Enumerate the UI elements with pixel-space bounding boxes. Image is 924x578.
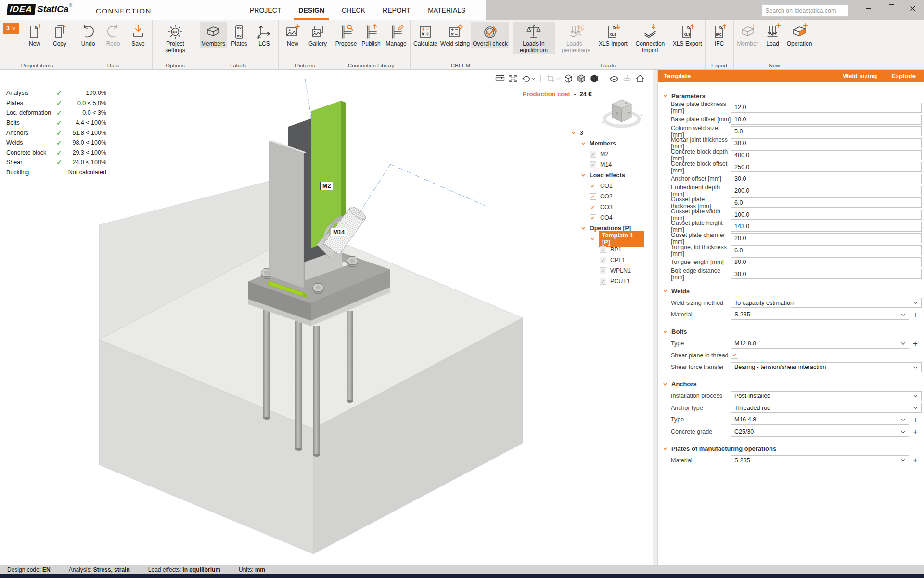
section-header-parameters[interactable]: Parameters	[658, 90, 924, 102]
field-input-concrete-block-offset-mm[interactable]	[732, 164, 921, 171]
ribbon-button-weld-sizing[interactable]: Weld sizing	[439, 22, 471, 48]
field-input-bolt-edge-distance-mm[interactable]	[732, 271, 921, 277]
tree-node-m14[interactable]: ✓M14	[568, 159, 644, 170]
tree-node-cpl1[interactable]: ✓CPL1	[568, 255, 644, 265]
panel-splitter[interactable]	[653, 70, 658, 565]
add-item-button[interactable]: +	[909, 339, 922, 349]
field-input-base-plate-thickness-mm[interactable]	[732, 104, 921, 111]
search-input[interactable]	[762, 7, 846, 14]
ribbon-button-propose[interactable]: Propose	[334, 22, 359, 48]
field-select-weld-sizing-method[interactable]: To capacity estimation	[731, 298, 922, 308]
viewport-tool-view-solid[interactable]	[590, 74, 599, 83]
menu-tab-design[interactable]: DESIGN	[290, 0, 333, 20]
tree-node-co2[interactable]: ✓CO2	[568, 191, 644, 202]
tree-node-co3[interactable]: ✓CO3	[568, 202, 644, 212]
tree-node-3[interactable]: 3	[568, 128, 644, 138]
ribbon-button-calculate[interactable]: Calculate	[412, 22, 439, 48]
chevron-down-icon[interactable]	[590, 236, 595, 241]
field-input-base-plate-offset-mm[interactable]	[732, 116, 921, 123]
ribbon-button-xls-import[interactable]: XLSXLS Import	[597, 22, 629, 48]
viewport-tool-measure[interactable]	[495, 74, 505, 83]
ribbon-button-overall-check[interactable]: Overall check	[471, 22, 509, 48]
tree-node-co1[interactable]: ✓CO1	[568, 181, 644, 191]
field-input-guset-plate-chamfer-mm[interactable]	[732, 235, 921, 242]
field-select-concrete-grade[interactable]: C25/30	[731, 427, 909, 437]
field-input-gusset-plate-thickness-mm[interactable]	[732, 199, 921, 206]
tree-checkbox[interactable]: ✓	[600, 257, 606, 263]
tree-checkbox[interactable]: ✓	[600, 246, 606, 253]
tree-checkbox[interactable]: ✓	[600, 267, 606, 274]
section-header-welds[interactable]: Welds	[658, 285, 924, 297]
model-label-m2[interactable]: M2	[320, 182, 333, 190]
field-input-gusset-plate-width-mm[interactable]	[732, 211, 921, 218]
field-input-embedment-depth-mm[interactable]	[732, 187, 921, 194]
ribbon-button-xls-export[interactable]: XLSXLS Export	[671, 22, 704, 48]
field-input-concrete-block-depth-mm[interactable]	[732, 152, 921, 158]
add-item-button[interactable]: +	[909, 310, 922, 320]
field-select-material[interactable]: S 235	[731, 455, 909, 465]
ribbon-button-ifc[interactable]: IFCIFC	[707, 22, 732, 48]
menu-tab-project[interactable]: PROJECT	[241, 0, 290, 20]
ribbon-button-connection-import[interactable]: Connection Import	[629, 22, 671, 54]
viewport-tool-home[interactable]	[635, 74, 645, 83]
ribbon-button-save[interactable]: Save	[126, 22, 151, 48]
explode-button[interactable]: Explode	[891, 72, 916, 79]
viewport-tool-section[interactable]	[609, 74, 619, 83]
tree-checkbox[interactable]: ✓	[590, 151, 596, 158]
tree-checkbox[interactable]: ✓	[600, 278, 606, 285]
tree-checkbox[interactable]: ✓	[590, 193, 596, 200]
field-input-gusset-plate-height-mm[interactable]	[732, 223, 921, 230]
menu-tab-materials[interactable]: MATERIALS	[419, 0, 474, 20]
field-input-tongue-lid-thickness-mm[interactable]	[732, 247, 921, 254]
field-select-type[interactable]: M12 8.8	[731, 339, 909, 349]
ribbon-button-loads-in-equilibrium[interactable]: Loads in equilibrium	[513, 22, 555, 54]
ribbon-button-plates[interactable]: Plates	[227, 22, 252, 48]
tree-node-wpln1[interactable]: ✓WPLN1	[568, 265, 644, 276]
minimize-button[interactable]	[857, 0, 879, 16]
chevron-down-icon[interactable]	[581, 226, 586, 231]
tree-node-template-1-p[interactable]: Template 1 [P]	[568, 234, 644, 244]
search-box[interactable]	[762, 4, 848, 17]
model-label-m14[interactable]: M14	[331, 228, 347, 236]
ribbon-button-publish[interactable]: Publish	[359, 22, 384, 48]
tree-checkbox[interactable]: ✓	[590, 214, 596, 221]
field-input-anchor-offset-mm[interactable]	[732, 175, 921, 182]
field-input-tongue-length-mm[interactable]	[732, 259, 921, 265]
field-checkbox-shear-plane-in-thread[interactable]: ✓	[731, 352, 738, 359]
menu-tab-report[interactable]: REPORT	[374, 0, 419, 20]
field-select-shear-force-transfer[interactable]: Bearing - tension/shear interaction	[731, 362, 922, 372]
tree-node-co4[interactable]: ✓CO4	[568, 212, 644, 223]
ribbon-button-operation[interactable]: Operation	[785, 22, 814, 48]
tree-checkbox[interactable]: ✓	[590, 161, 596, 168]
ribbon-button-members[interactable]: Members	[200, 22, 227, 48]
menu-tab-check[interactable]: CHECK	[333, 0, 374, 20]
ribbon-button-copy[interactable]: Copy	[47, 22, 72, 48]
chevron-down-icon[interactable]	[581, 141, 586, 146]
section-header-bolts[interactable]: Bolts	[658, 326, 924, 338]
weld-sizing-button[interactable]: Weld sizing	[843, 72, 877, 79]
tree-node-m2[interactable]: ✓M2	[568, 149, 644, 159]
ribbon-button-manage[interactable]: Manage	[384, 22, 409, 48]
restore-button[interactable]	[879, 0, 901, 16]
field-select-installation-process[interactable]: Post-installed	[731, 391, 922, 401]
field-input-column-weld-size-mm[interactable]	[732, 128, 921, 135]
tree-node-pcut1[interactable]: ✓PCUT1	[568, 276, 644, 287]
ribbon-button-lcs[interactable]: LCS	[252, 22, 277, 48]
field-select-anchor-type[interactable]: Threaded rod	[731, 403, 922, 413]
viewport-tool-orbit[interactable]	[521, 74, 536, 83]
chevron-down-icon[interactable]	[571, 131, 576, 135]
field-select-type[interactable]: M16 4.8	[731, 415, 909, 425]
ribbon-button-undo[interactable]: Undo	[76, 22, 101, 48]
chevron-down-icon[interactable]	[581, 173, 586, 178]
viewport-3d-scene[interactable]: Analysis✓100.0%Plates✓0.0 < 5.0%Loc. def…	[0, 70, 653, 565]
project-item-selector[interactable]: 3	[3, 23, 19, 34]
add-item-button[interactable]: +	[909, 415, 922, 425]
viewport-tool-view-wireframe[interactable]	[564, 74, 573, 83]
ribbon-button-new[interactable]: New	[22, 22, 47, 48]
ribbon-button-load[interactable]: Load	[760, 22, 785, 48]
section-header-anchors[interactable]: Anchors	[658, 379, 924, 390]
tree-checkbox[interactable]: ✓	[590, 204, 596, 210]
tree-node-members[interactable]: Members	[568, 138, 644, 149]
add-item-button[interactable]: +	[909, 455, 922, 465]
tree-node-load-effects[interactable]: Load effects	[568, 170, 644, 181]
